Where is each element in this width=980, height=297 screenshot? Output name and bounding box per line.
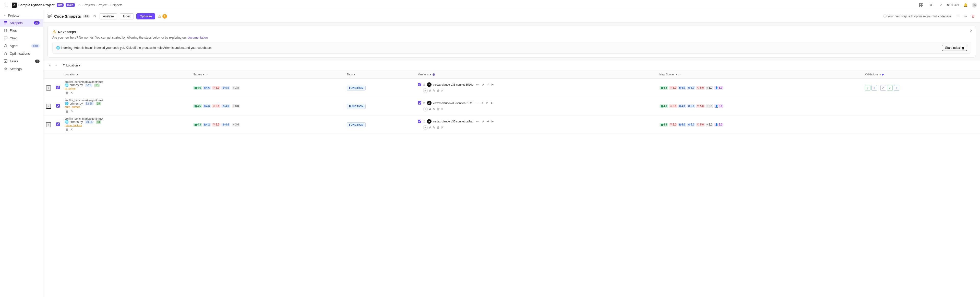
index-btn[interactable]: Index (120, 13, 134, 19)
optimise-btn[interactable]: Optimise (136, 13, 155, 19)
location-col-filter-icon[interactable]: ▾ (76, 73, 78, 76)
edit-version-icon[interactable]: A (429, 89, 431, 93)
trash-icon[interactable]: 🗑 (65, 109, 69, 114)
expand-row-btn[interactable]: › (46, 104, 51, 109)
sidebar-item-settings[interactable]: ⚙ Settings (0, 65, 43, 73)
location-func[interactable]: sum_primes (65, 105, 188, 109)
version-more-btn[interactable]: ⋯ (475, 82, 480, 87)
sidebar-item-optimisations[interactable]: Optimisations (0, 50, 43, 57)
help-btn[interactable]: ? (937, 2, 944, 8)
version-copy-icon[interactable]: A (482, 83, 485, 87)
expand-row-btn[interactable]: › (46, 85, 51, 91)
expand-row-btn[interactable]: › (46, 122, 51, 127)
version-checkbox[interactable] (418, 120, 421, 123)
version-copy-icon[interactable]: A (481, 101, 484, 105)
sidebar-toggle-btn[interactable] (3, 2, 10, 8)
location-func[interactable]: prime_factors (65, 124, 188, 127)
location-filter[interactable]: Location ▾ (61, 62, 82, 68)
edit-pencil-icon[interactable]: ✎ (433, 126, 436, 129)
version-swap-icon[interactable]: ⇌ (486, 82, 490, 87)
trash-version-icon[interactable]: 🗑 (437, 126, 440, 129)
sidebar-item-tasks[interactable]: Tasks 8 (0, 57, 43, 65)
new-score-badge: ♡ 5.0 (669, 104, 678, 108)
version-more-btn[interactable]: ⋯ (475, 119, 480, 124)
sidebar-back-btn[interactable]: ← Projects (0, 12, 43, 19)
edit-pencil-icon[interactable]: ✎ (433, 107, 436, 111)
settings-btn[interactable]: ⚙ (928, 2, 934, 8)
sidebar-item-chat[interactable]: Chat (0, 34, 43, 42)
version-checkbox[interactable] (418, 83, 421, 86)
edit-version-icon[interactable]: A (429, 126, 431, 129)
trash-icon[interactable]: 🗑 (65, 127, 69, 132)
blocked-icon: ⊘ (423, 120, 425, 123)
sidebar-item-snippets[interactable]: Snippets 29 (0, 19, 43, 27)
trash-version-icon[interactable]: 🗑 (437, 107, 440, 111)
version-swap-icon[interactable]: ⇌ (486, 119, 490, 123)
new-scores-col-filter-icon[interactable]: ▾ (676, 73, 677, 76)
table-row: › src/llm_benchmark/algorithms/ 🌐 primes… (43, 79, 980, 97)
edit-version-icon[interactable]: A (429, 107, 431, 111)
documentation-link[interactable]: documentation (188, 36, 208, 39)
sidebar-item-agent[interactable]: Agent Beta (0, 42, 43, 50)
version-checkbox[interactable] (418, 101, 421, 105)
location-actions: 🗑 ⇱ (65, 91, 188, 95)
scores-col-filter-icon[interactable]: ▾ (203, 73, 205, 76)
new-score-badge: ♡ 5.0 (696, 123, 705, 126)
row-checkbox[interactable] (56, 86, 60, 89)
version-name: vertex-claude-v35-sonnet-615f1 (433, 101, 473, 105)
edit-pencil-icon[interactable]: ✎ (433, 89, 436, 93)
tasks-label: Tasks (10, 59, 18, 63)
row-checkbox[interactable] (56, 104, 60, 108)
refresh-btn[interactable]: ↻ (92, 13, 97, 19)
notifications-btn[interactable]: 🔔 (962, 2, 969, 8)
add-version-btn[interactable]: + (423, 125, 428, 130)
home-icon[interactable]: ⌂ (79, 3, 81, 7)
validations-col-play-icon[interactable]: ▶ (882, 73, 884, 76)
scores-col-swap-icon[interactable]: ⇌ (206, 73, 208, 76)
add-row-btn[interactable]: + (48, 62, 52, 68)
add-version-btn[interactable]: + (423, 88, 428, 93)
new-scores-col-swap-icon[interactable]: ⇌ (678, 73, 681, 76)
location-count: 18 (96, 120, 101, 124)
share-icon[interactable]: ⇱ (70, 91, 73, 95)
add-btn[interactable]: + (956, 13, 960, 19)
trash-icon[interactable]: 🗑 (65, 91, 69, 95)
trash-version-icon[interactable]: 🗑 (437, 89, 440, 93)
share-version-icon[interactable]: ⇱ (441, 108, 444, 111)
breadcrumb-project[interactable]: Project (98, 3, 107, 7)
breadcrumb-projects[interactable]: Projects (84, 3, 95, 7)
version-more-btn[interactable]: ⋯ (474, 101, 479, 105)
version-play-icon[interactable]: ▶ (491, 119, 494, 123)
version-swap-icon[interactable]: ⇌ (485, 101, 489, 105)
add-version-btn[interactable]: + (423, 107, 428, 112)
validations-col-label: Validations (865, 73, 878, 76)
new-score-badge: ♡ 5.0 (696, 104, 705, 108)
tags-col-filter-icon[interactable]: ▾ (354, 73, 355, 76)
sidebar-item-files[interactable]: Files (0, 27, 43, 34)
version-play-icon[interactable]: ▶ (491, 82, 494, 87)
location-func[interactable]: is_prime (65, 87, 188, 90)
model-icon: A (427, 101, 431, 105)
snippets-icon (3, 21, 8, 25)
remove-row-btn[interactable]: − (54, 62, 59, 68)
share-version-icon[interactable]: ⇱ (441, 126, 444, 129)
share-icon[interactable]: ⇱ (70, 109, 73, 113)
versions-col-filter-icon[interactable]: ▾ (430, 73, 431, 76)
start-indexing-btn[interactable]: Start indexing (942, 45, 967, 51)
versions-col-add-icon[interactable]: ⊕ (432, 72, 435, 77)
more-options-btn[interactable]: ⋯ (963, 13, 968, 19)
share-version-icon[interactable]: ⇱ (441, 89, 444, 93)
chat-label: Chat (10, 36, 17, 40)
version-actions: + A ✎ 🗑 ⇱ (418, 125, 654, 130)
breadcrumb-snippets: Snippets (110, 3, 122, 7)
version-copy-icon[interactable]: A (482, 119, 485, 123)
row-checkbox[interactable] (56, 123, 60, 126)
banner-close-btn[interactable]: × (970, 29, 973, 33)
analyse-btn[interactable]: Analyse (100, 13, 117, 19)
share-icon[interactable]: ⇱ (70, 128, 73, 132)
version-play-icon[interactable]: ▶ (490, 101, 493, 105)
topbar: A Sample Python Project UM main ⌂ › Proj… (0, 0, 980, 10)
layout-btn[interactable] (918, 2, 924, 8)
delete-btn[interactable]: 🗑 (970, 13, 976, 19)
validations-col-filter-icon[interactable]: ▾ (880, 73, 881, 76)
